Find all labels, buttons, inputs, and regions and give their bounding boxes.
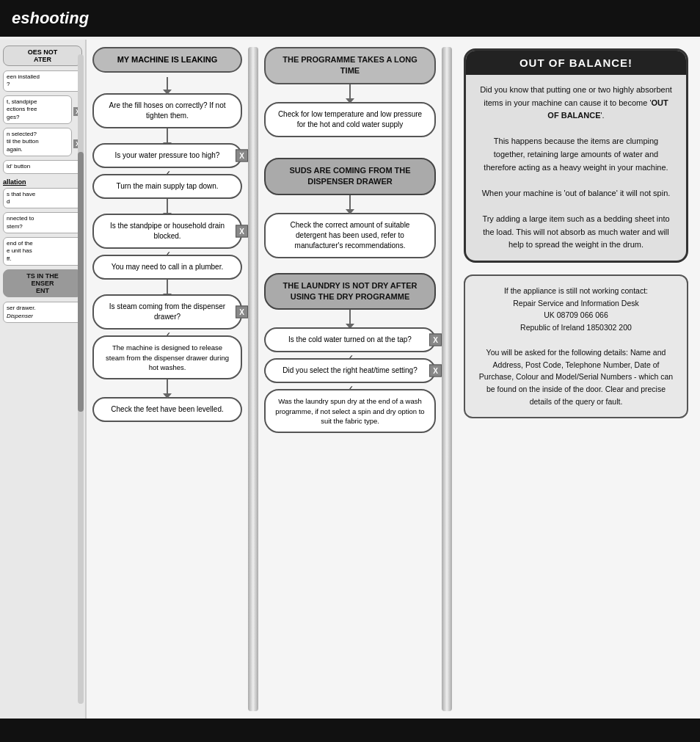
left-section-installation: allation <box>3 178 82 186</box>
middle-column: THE PROGRAMME TAKES A LONG TIME Check fo… <box>258 40 442 719</box>
contact-line-5: You will be asked for the following deta… <box>477 346 675 408</box>
arrow-suds-1 <box>349 195 351 210</box>
water-pressure-question: Is your water pressure too high? <box>92 143 242 168</box>
left-item-5: s that haved <box>3 188 82 209</box>
laundry-title: THE LAUNDRY IS NOT DRY AFTER USING THE D… <box>264 273 436 310</box>
header-title: eshooting <box>12 9 89 27</box>
heat-time-flow: Did you select the right heat/time setti… <box>264 358 436 383</box>
arrow-2 <box>167 128 168 143</box>
programme-title: THE PROGRAMME TAKES A LONG TIME <box>264 47 436 84</box>
x-marker-steam: X <box>236 306 248 319</box>
contact-line-1: If the appliance is still not working co… <box>477 285 675 297</box>
leaking-column: MY MACHINE IS LEAKING Are the fill hoses… <box>87 40 248 719</box>
oob-para-1: Did you know that putting one or two hig… <box>478 84 674 123</box>
main-content: OES NOTATER een installed? t, standpipee… <box>0 40 700 719</box>
left-item-3: n selected?til the buttonagain. <box>3 128 72 156</box>
arrow-3 <box>167 199 168 214</box>
scrollbar-track[interactable] <box>78 54 84 704</box>
steam-flow: Is steam coming from the dispenser drawe… <box>92 294 242 330</box>
oob-para-3: When your machine is 'out of balance' it… <box>478 187 674 200</box>
left-item-1: een installed? <box>3 70 82 92</box>
steam-question: Is steam coming from the dispenser drawe… <box>92 294 242 330</box>
contact-line-4: Republic of Ireland 1850302 200 <box>477 321 675 334</box>
out-of-balance-box: OUT OF BALANCE! Did you know that puttin… <box>464 48 688 263</box>
pipe-separator-2 <box>442 47 452 711</box>
left-title-2: TS IN THEENSERENT <box>3 269 82 297</box>
check-laundry-1: ✓ <box>264 352 436 358</box>
cold-water-flow: Is the cold water turned on at the tap? … <box>264 327 436 352</box>
out-of-balance-header: OUT OF BALANCE! <box>466 51 686 75</box>
x-marker-cold-water: X <box>429 334 442 346</box>
suds-content: Check the correct amount of suitable det… <box>264 213 436 258</box>
heat-time-question: Did you select the right heat/time setti… <box>264 358 436 383</box>
check-3: ✓ <box>92 330 242 335</box>
standpipe-question: Is the standpipe or household drain bloc… <box>92 214 242 249</box>
programme-content: Check for low temperature and low pressu… <box>264 102 436 137</box>
out-of-balance-body: Did you know that putting one or two hig… <box>466 75 686 261</box>
scrollbar-thumb[interactable] <box>78 152 84 412</box>
left-item-2: t, standpipeections freeges? <box>3 95 72 124</box>
left-item-8: ser drawer.Dispenser <box>3 302 82 323</box>
left-item-4: ld' button <box>3 160 82 173</box>
header-bar: eshooting <box>0 0 700 37</box>
footer-bar <box>0 719 700 742</box>
left-item-7: end of thee unit hasff. <box>3 237 82 266</box>
plumber-item: You may need to call in a plumber. <box>92 255 242 280</box>
oob-para-2: This happens because the items are clump… <box>478 135 674 174</box>
pipe-separator-1 <box>248 47 258 711</box>
turn-tap-item: Turn the main supply tap down. <box>92 174 242 199</box>
arrow-laundry-1 <box>349 310 351 324</box>
steam-release-item: The machine is designed to release steam… <box>92 335 242 379</box>
left-title-1: OES NOTATER <box>3 46 82 66</box>
leaking-title: MY MACHINE IS LEAKING <box>92 47 242 73</box>
feet-levelled-item: Check the feet have been levelled. <box>92 397 242 422</box>
oob-para-4: Try adding a large item such as a beddin… <box>478 213 674 252</box>
standpipe-flow: Is the standpipe or household drain bloc… <box>92 214 242 249</box>
left-item-6: nnected tostem? <box>3 212 82 233</box>
check-laundry-2: ✓ <box>264 383 436 389</box>
laundry-spun-item: Was the laundry spun dry at the end of a… <box>264 389 436 433</box>
right-column: OUT OF BALANCE! Did you know that puttin… <box>452 40 700 719</box>
oob-bold: OUT OF BALANCE <box>547 98 668 120</box>
check-1: ✓ <box>92 168 242 174</box>
contact-line-2: Repair Service and Information Desk <box>477 297 675 310</box>
fill-hoses-item: Are the fill hoses on correctly? If not … <box>92 93 242 128</box>
left-column: OES NOTATER een installed? t, standpipee… <box>0 40 87 719</box>
contact-line-3: UK 08709 066 066 <box>477 309 675 321</box>
x-marker-water: X <box>236 150 248 162</box>
check-2: ✓ <box>92 249 242 255</box>
arrow-5 <box>167 379 168 394</box>
arrow-1 <box>167 77 168 90</box>
arrow-4 <box>167 280 168 294</box>
x-marker-standpipe: X <box>236 225 248 238</box>
contact-box: If the appliance is still not working co… <box>464 274 688 418</box>
arrow-prog-1 <box>349 84 351 99</box>
suds-title: SUDS ARE COMING FROM THE DISPENSER DRAWE… <box>264 158 436 195</box>
water-pressure-flow: Is your water pressure too high? X <box>92 143 242 168</box>
x-marker-heat-time: X <box>429 365 442 377</box>
cold-water-question: Is the cold water turned on at the tap? <box>264 327 436 352</box>
